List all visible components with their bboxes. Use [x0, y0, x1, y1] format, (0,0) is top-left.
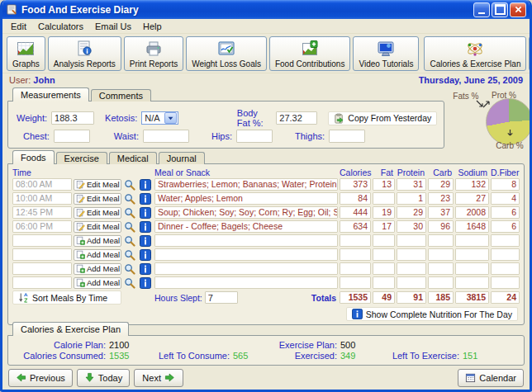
show-nutrition-button[interactable]: Show Complete Nutrition For The Day: [346, 307, 518, 321]
waist-input[interactable]: [143, 130, 189, 143]
magnifier-icon: [124, 249, 135, 261]
menu-edit[interactable]: Edit: [6, 21, 31, 32]
protein-cell: [397, 234, 426, 247]
foods-tab-journal[interactable]: Journal: [159, 152, 205, 164]
search-food-button[interactable]: [123, 262, 136, 275]
toolbar-weight-loss-goals-button[interactable]: Weight Loss Goals: [186, 36, 267, 71]
meal-info-button[interactable]: [139, 248, 152, 261]
carb-cell: 23: [428, 192, 454, 205]
protein-cell: [397, 262, 426, 275]
minimize-button[interactable]: [473, 2, 490, 17]
meal-info-button[interactable]: [139, 234, 152, 247]
search-food-button[interactable]: [123, 276, 136, 289]
menu-help[interactable]: Help: [138, 21, 167, 32]
ketosis-select[interactable]: N/A: [141, 111, 178, 125]
time-field[interactable]: 06:00 PM: [12, 220, 72, 233]
arrow-left-icon: [16, 372, 26, 383]
time-field[interactable]: 12:45 PM: [12, 206, 72, 219]
meal-field[interactable]: [154, 262, 338, 275]
add-meal-button[interactable]: Add Meal: [74, 277, 121, 289]
toolbar-logout-button[interactable]: Logout: [529, 36, 532, 71]
foods-tab-foods[interactable]: Foods: [12, 150, 55, 164]
thighs-input[interactable]: [329, 130, 365, 143]
meal-field[interactable]: [154, 276, 338, 289]
search-food-button[interactable]: [123, 192, 136, 205]
hips-input[interactable]: [236, 130, 273, 143]
today-button[interactable]: Today: [77, 369, 130, 387]
search-food-button[interactable]: [123, 178, 136, 191]
fiber-cell: 6: [491, 206, 520, 219]
menu-email-us[interactable]: Email Us: [90, 21, 136, 32]
calendar-button[interactable]: Calendar: [458, 369, 524, 387]
toolbar-video-tutorials-button[interactable]: Video Tutorials: [353, 36, 419, 71]
body-fat-label: Body Fat %:: [237, 108, 273, 128]
meal-row: 06:00 PMEdit MealDinner - Coffee; Bagels…: [12, 220, 520, 233]
search-food-button[interactable]: [123, 248, 136, 261]
toolbar-analysis-reports-button[interactable]: Analysis Reports: [48, 36, 121, 71]
sort-meals-button[interactable]: Sort Meals By Time: [12, 290, 121, 305]
chevron-down-icon[interactable]: [164, 112, 177, 124]
sodium-cell: [455, 234, 489, 247]
magnifier-icon: [124, 235, 135, 247]
meal-field[interactable]: [154, 234, 338, 247]
meal-row: Add Meal: [12, 262, 520, 275]
meal-info-button[interactable]: [139, 178, 152, 191]
edit-meal-button[interactable]: Edit Meal: [74, 179, 121, 191]
chest-input[interactable]: [54, 130, 90, 143]
hours-slept-input[interactable]: [205, 291, 238, 304]
exercised-label: Exercised:: [273, 351, 337, 361]
close-button[interactable]: [510, 2, 526, 17]
foods-tab-medical[interactable]: Medical: [109, 152, 157, 164]
weight-input[interactable]: [51, 111, 94, 125]
calories-cell: [340, 262, 371, 275]
meal-field[interactable]: Soup; Chicken; Soy; Soy; Corn; Ry; Egg; …: [154, 206, 338, 219]
meal-info-button[interactable]: [139, 220, 152, 233]
add-meal-button[interactable]: Add Meal: [74, 263, 121, 275]
toolbar-calories-exercise-plan-button[interactable]: Calories & Exercise Plan: [424, 36, 526, 71]
body-fat-input[interactable]: [276, 111, 317, 125]
diary-icon: [6, 3, 18, 16]
previous-button[interactable]: Previous: [8, 369, 73, 387]
time-field[interactable]: [12, 234, 72, 247]
tab-calories-exercise-plan[interactable]: Calories & Exercise Plan: [12, 322, 129, 336]
search-food-button[interactable]: [123, 220, 136, 233]
meal-info-button[interactable]: [139, 206, 152, 219]
carb-cell: 29: [428, 178, 454, 191]
title-bar[interactable]: Food And Exercise Diary: [2, 0, 530, 19]
toolbar-food-contributions-button[interactable]: Food Contributions: [269, 36, 351, 71]
edit-meal-button[interactable]: Edit Meal: [74, 193, 121, 205]
foods-tab-exercise[interactable]: Exercise: [56, 152, 107, 164]
search-food-button[interactable]: [123, 206, 136, 219]
measurements-tab-measurements[interactable]: Measurements: [12, 87, 89, 102]
maximize-button[interactable]: [492, 2, 508, 17]
time-field[interactable]: [12, 262, 72, 275]
graphs-icon: [16, 39, 36, 59]
toolbar-graphs-button[interactable]: Graphs: [7, 36, 45, 71]
menu-calculators[interactable]: Calculators: [33, 21, 88, 32]
meal-field[interactable]: Dinner - Coffee; Bagels; Cheese: [154, 220, 338, 233]
next-button[interactable]: Next: [134, 369, 183, 387]
add-meal-button[interactable]: Add Meal: [74, 235, 121, 247]
meal-field[interactable]: [154, 248, 338, 261]
time-field[interactable]: 08:00 AM: [12, 178, 72, 191]
meal-row: Add Meal: [12, 234, 520, 247]
search-food-button[interactable]: [123, 234, 136, 247]
meal-field[interactable]: Water; Apples; Lemon: [154, 192, 338, 205]
toolbar-print-reports-button[interactable]: Print Reports: [124, 36, 183, 71]
carb-cell: 96: [428, 220, 454, 233]
meal-info-button[interactable]: [139, 276, 152, 289]
time-field[interactable]: [12, 248, 72, 261]
meal-info-button[interactable]: [139, 192, 152, 205]
info-icon: [140, 179, 151, 191]
meal-field[interactable]: Strawberries; Lemon; Bananas; Water; Pro…: [154, 178, 338, 191]
measurements-tab-comments[interactable]: Comments: [91, 89, 151, 102]
copy-from-yesterday-button[interactable]: Copy From Yesterday: [328, 111, 437, 125]
edit-meal-button[interactable]: Edit Meal: [74, 221, 121, 233]
time-field[interactable]: 10:00 AM: [12, 192, 72, 205]
time-field[interactable]: [12, 276, 72, 289]
user-label: User:: [9, 75, 31, 85]
edit-meal-button[interactable]: Edit Meal: [74, 207, 121, 219]
left-consume-label: Left To Consume:: [154, 351, 230, 361]
meal-info-button[interactable]: [139, 262, 152, 275]
add-meal-button[interactable]: Add Meal: [74, 249, 121, 261]
